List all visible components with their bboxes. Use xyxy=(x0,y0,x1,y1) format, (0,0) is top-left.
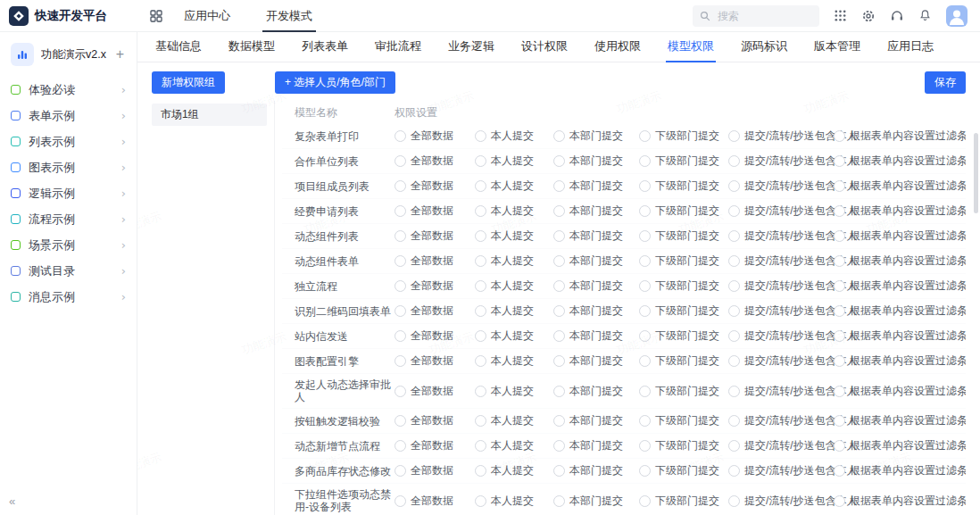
radio-unchecked-icon[interactable] xyxy=(639,465,651,477)
tab[interactable]: 版本管理 xyxy=(812,32,862,62)
sidebar-menu-item[interactable]: 体验必读 › xyxy=(0,77,137,103)
permission-option[interactable]: 本人提交 xyxy=(475,328,553,344)
radio-unchecked-icon[interactable] xyxy=(639,230,651,242)
permission-option[interactable]: 根据表单内容设置过滤条件 xyxy=(834,278,966,294)
permission-option[interactable]: 本人提交 xyxy=(475,413,553,428)
permission-option[interactable]: 提交/流转/抄送包含本人 xyxy=(728,303,834,319)
radio-unchecked-icon[interactable] xyxy=(475,155,486,167)
permission-option[interactable]: 本部门提交 xyxy=(553,463,639,478)
radio-unchecked-icon[interactable] xyxy=(394,495,406,507)
save-button[interactable]: 保存 xyxy=(925,71,966,94)
radio-unchecked-icon[interactable] xyxy=(394,465,406,477)
radio-unchecked-icon[interactable] xyxy=(639,355,651,367)
permission-option[interactable]: 本人提交 xyxy=(475,463,553,478)
permission-option[interactable]: 本部门提交 xyxy=(553,413,639,428)
radio-unchecked-icon[interactable] xyxy=(553,355,565,367)
permission-option[interactable]: 全部数据 xyxy=(394,328,475,344)
radio-unchecked-icon[interactable] xyxy=(394,355,406,367)
permission-option[interactable]: 本部门提交 xyxy=(553,278,639,294)
permission-option[interactable]: 提交/流转/抄送包含本人 xyxy=(728,204,834,219)
permission-option[interactable]: 根据表单内容设置过滤条件 xyxy=(834,228,966,244)
radio-unchecked-icon[interactable] xyxy=(728,386,740,397)
permission-option[interactable]: 本部门提交 xyxy=(553,154,639,169)
radio-unchecked-icon[interactable] xyxy=(728,330,740,342)
permission-option[interactable]: 本人提交 xyxy=(475,179,553,194)
permission-option[interactable]: 本部门提交 xyxy=(553,494,639,509)
permission-option[interactable]: 本部门提交 xyxy=(553,384,639,399)
permission-option[interactable]: 本部门提交 xyxy=(553,204,639,219)
top-menu-item[interactable]: 开发模式 xyxy=(248,0,330,32)
radio-unchecked-icon[interactable] xyxy=(728,130,740,142)
permission-option[interactable]: 下级部门提交 xyxy=(639,413,728,428)
radio-unchecked-icon[interactable] xyxy=(834,255,845,267)
permission-option[interactable]: 根据表单内容设置过滤条件 xyxy=(834,438,966,453)
permission-option[interactable]: 根据表单内容设置过滤条件 xyxy=(834,384,966,399)
radio-unchecked-icon[interactable] xyxy=(639,386,651,397)
search-input[interactable] xyxy=(716,9,805,23)
permission-option[interactable]: 下级部门提交 xyxy=(639,278,728,294)
radio-unchecked-icon[interactable] xyxy=(394,255,406,267)
permission-option[interactable]: 根据表单内容设置过滤条件 xyxy=(834,253,966,269)
permission-option[interactable]: 下级部门提交 xyxy=(639,384,728,399)
permission-option[interactable]: 下级部门提交 xyxy=(639,328,728,344)
radio-unchecked-icon[interactable] xyxy=(639,280,651,292)
global-search[interactable] xyxy=(693,5,819,27)
radio-unchecked-icon[interactable] xyxy=(834,386,845,397)
permission-option[interactable]: 根据表单内容设置过滤条件 xyxy=(834,413,966,428)
permission-option[interactable]: 全部数据 xyxy=(394,129,475,144)
tab[interactable]: 使用权限 xyxy=(593,32,643,62)
radio-unchecked-icon[interactable] xyxy=(639,495,651,507)
radio-unchecked-icon[interactable] xyxy=(475,495,486,507)
radio-unchecked-icon[interactable] xyxy=(834,440,845,452)
notification-bell-icon[interactable] xyxy=(918,9,932,22)
permission-option[interactable]: 本人提交 xyxy=(475,154,553,169)
permission-option[interactable]: 提交/流转/抄送包含本人 xyxy=(728,463,834,478)
radio-unchecked-icon[interactable] xyxy=(639,415,651,427)
tab[interactable]: 模型权限 xyxy=(666,32,716,62)
radio-unchecked-icon[interactable] xyxy=(834,465,845,477)
radio-unchecked-icon[interactable] xyxy=(834,415,845,427)
permission-option[interactable]: 本部门提交 xyxy=(553,303,639,319)
permission-option[interactable]: 下级部门提交 xyxy=(639,129,728,144)
radio-unchecked-icon[interactable] xyxy=(475,280,486,292)
permission-option[interactable]: 提交/流转/抄送包含本人 xyxy=(728,253,834,269)
permission-option[interactable]: 根据表单内容设置过滤条件 xyxy=(834,179,966,194)
radio-unchecked-icon[interactable] xyxy=(475,305,486,317)
sidebar-menu-item[interactable]: 列表示例 › xyxy=(0,129,137,154)
radio-unchecked-icon[interactable] xyxy=(639,305,651,317)
radio-unchecked-icon[interactable] xyxy=(553,205,565,217)
permission-option[interactable]: 本部门提交 xyxy=(553,179,639,194)
permission-option[interactable]: 下级部门提交 xyxy=(639,303,728,319)
apps-grid-icon[interactable] xyxy=(834,9,847,22)
permission-option[interactable]: 提交/流转/抄送包含本人 xyxy=(728,438,834,453)
radio-unchecked-icon[interactable] xyxy=(728,495,740,507)
permission-option[interactable]: 本部门提交 xyxy=(553,129,639,144)
radio-unchecked-icon[interactable] xyxy=(394,386,406,397)
permission-option[interactable]: 本部门提交 xyxy=(553,438,639,453)
tab[interactable]: 审批流程 xyxy=(373,32,423,62)
radio-unchecked-icon[interactable] xyxy=(728,355,740,367)
radio-unchecked-icon[interactable] xyxy=(394,415,406,427)
permission-option[interactable]: 提交/流转/抄送包含本人 xyxy=(728,278,834,294)
radio-unchecked-icon[interactable] xyxy=(475,465,486,477)
permission-option[interactable]: 提交/流转/抄送包含本人 xyxy=(728,228,834,244)
radio-unchecked-icon[interactable] xyxy=(394,305,406,317)
radio-unchecked-icon[interactable] xyxy=(728,255,740,267)
radio-unchecked-icon[interactable] xyxy=(394,440,406,452)
vertical-scrollbar-thumb[interactable] xyxy=(974,133,978,213)
radio-unchecked-icon[interactable] xyxy=(394,155,406,167)
radio-unchecked-icon[interactable] xyxy=(553,130,565,142)
radio-unchecked-icon[interactable] xyxy=(553,230,565,242)
permission-option[interactable]: 根据表单内容设置过滤条件 xyxy=(834,353,966,369)
radio-unchecked-icon[interactable] xyxy=(639,205,651,217)
permission-option[interactable]: 全部数据 xyxy=(394,303,475,319)
sidebar-menu-item[interactable]: 场景示例 › xyxy=(0,232,137,258)
radio-unchecked-icon[interactable] xyxy=(553,155,565,167)
radio-unchecked-icon[interactable] xyxy=(639,330,651,342)
radio-unchecked-icon[interactable] xyxy=(834,130,845,142)
permission-option[interactable]: 本人提交 xyxy=(475,278,553,294)
permission-option[interactable]: 提交/流转/抄送包含本人 xyxy=(728,384,834,399)
permission-option[interactable]: 下级部门提交 xyxy=(639,463,728,478)
permission-option[interactable]: 全部数据 xyxy=(394,353,475,369)
permission-option[interactable]: 全部数据 xyxy=(394,384,475,399)
